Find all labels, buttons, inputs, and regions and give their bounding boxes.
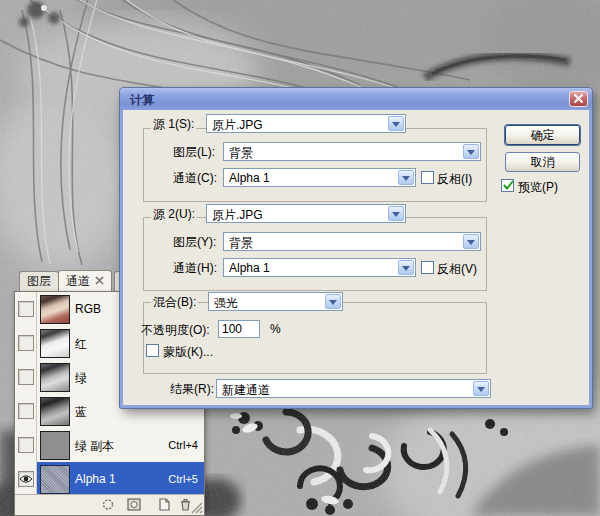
close-button[interactable]: [569, 91, 588, 107]
source1-select[interactable]: 原片.JPG: [206, 114, 406, 133]
tab-channels[interactable]: 通道: [58, 270, 112, 292]
preview-checkbox[interactable]: [501, 179, 514, 192]
channel-row-green-copy[interactable]: 绿 副本 Ctrl+4: [15, 428, 204, 463]
opacity-label: 不透明度(O):: [141, 322, 210, 339]
source1-channel-select[interactable]: Alpha 1: [223, 168, 416, 187]
check-icon: [502, 178, 516, 192]
source1-invert-checkbox[interactable]: [421, 171, 434, 184]
channel-name: Alpha 1: [75, 472, 116, 486]
mask-checkbox[interactable]: [146, 344, 159, 357]
panel-resize-grip[interactable]: [190, 501, 203, 514]
source2-label: 源 2(U):: [151, 206, 197, 223]
tab-layers-label: 图层: [27, 274, 51, 288]
opacity-input[interactable]: [218, 320, 260, 338]
channel-thumbnail: [40, 363, 70, 392]
channel-name: 绿 副本: [75, 438, 114, 455]
channel-shortcut: Ctrl+4: [168, 439, 198, 451]
channel-shortcut: Ctrl+5: [168, 473, 198, 485]
result-label: 结果(R):: [170, 381, 214, 398]
source2-layer-select[interactable]: 背景: [223, 232, 481, 251]
chevron-down-icon[interactable]: [463, 234, 479, 249]
chevron-down-icon[interactable]: [398, 170, 414, 185]
channels-toolbar: [15, 494, 204, 515]
channel-name: 蓝: [75, 404, 87, 421]
dialog-title: 计算: [130, 92, 154, 109]
source1-invert-label: 反相(I): [437, 171, 472, 188]
chevron-down-icon[interactable]: [463, 144, 479, 159]
chevron-down-icon[interactable]: [473, 381, 489, 396]
channel-thumbnail: [40, 431, 70, 460]
chevron-down-icon[interactable]: [325, 294, 341, 309]
source2-channel-select[interactable]: Alpha 1: [223, 258, 416, 277]
channel-thumbnail: [40, 295, 70, 324]
source2-channel-label: 通道(H):: [171, 260, 219, 277]
source1-label: 源 1(S):: [151, 116, 196, 133]
source2-select[interactable]: 原片.JPG: [206, 204, 406, 223]
visibility-toggle[interactable]: [15, 326, 37, 360]
source2-invert-label: 反相(V): [437, 261, 477, 278]
tab-channels-label: 通道: [66, 274, 90, 288]
channel-name: 红: [75, 336, 87, 353]
source1-channel-label: 通道(C):: [171, 170, 219, 187]
channel-thumbnail: [40, 465, 70, 494]
source1-group: [143, 128, 487, 202]
dialog-titlebar[interactable]: 计算: [120, 88, 592, 110]
source1-layer-select[interactable]: 背景: [223, 142, 481, 161]
source2-invert-checkbox[interactable]: [421, 261, 434, 274]
source2-layer-label: 图层(Y):: [171, 234, 218, 251]
channel-name: 绿: [75, 370, 87, 387]
visibility-toggle[interactable]: [15, 462, 37, 496]
save-selection-as-channel-icon[interactable]: [127, 498, 142, 511]
blend-label: 混合(B):: [151, 294, 198, 311]
result-select[interactable]: 新建通道: [216, 379, 491, 398]
source2-group: [143, 217, 487, 291]
chevron-down-icon[interactable]: [398, 260, 414, 275]
channel-thumbnail: [40, 329, 70, 358]
ok-button[interactable]: 确定: [505, 125, 580, 145]
mask-label: 蒙版(K)...: [163, 344, 213, 361]
eye-icon: [19, 474, 33, 484]
visibility-toggle[interactable]: [15, 360, 37, 394]
visibility-toggle[interactable]: [15, 428, 37, 462]
cancel-button[interactable]: 取消: [505, 152, 580, 172]
opacity-unit: %: [270, 322, 281, 336]
tab-close-icon[interactable]: [95, 271, 104, 280]
channel-thumbnail: [40, 397, 70, 426]
tab-layers[interactable]: 图层: [19, 271, 59, 292]
preview-label: 预览(P): [518, 179, 558, 196]
blend-mode-select[interactable]: 强光: [208, 292, 343, 311]
source1-layer-label: 图层(L):: [171, 144, 217, 161]
channel-name: RGB: [75, 302, 101, 316]
load-selection-icon[interactable]: [101, 498, 116, 511]
close-icon: [573, 93, 584, 104]
calculations-dialog: 计算 源 1(S): 原片.JPG 图层(L): 背景 通道(C): Alpha…: [120, 88, 592, 408]
chevron-down-icon[interactable]: [388, 116, 404, 131]
visibility-toggle[interactable]: [15, 394, 37, 428]
channel-row-alpha1[interactable]: Alpha 1 Ctrl+5: [15, 462, 204, 497]
chevron-down-icon[interactable]: [388, 206, 404, 221]
visibility-toggle[interactable]: [15, 292, 37, 326]
new-channel-icon[interactable]: [157, 498, 172, 511]
